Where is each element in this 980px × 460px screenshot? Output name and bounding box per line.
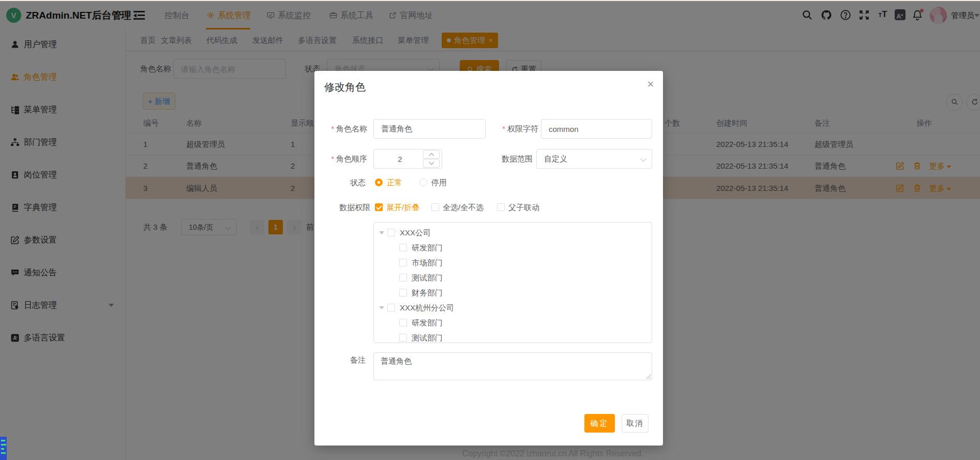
role-key-label: 权限字符: [492, 119, 538, 139]
data-permission-label: 数据权限: [321, 198, 370, 217]
edit-role-dialog: 修改角色 × 角色名称 权限字符 角色顺序 数据范围 自定义 状态 正常 停用 …: [314, 71, 663, 446]
data-scope-select[interactable]: 自定义: [536, 149, 652, 169]
tree-expand-caret-icon[interactable]: [379, 231, 384, 234]
tree-checkbox[interactable]: [387, 304, 395, 311]
tree-node-label: XXX公司: [400, 225, 431, 240]
tree-checkbox[interactable]: [399, 289, 407, 296]
tree-node-label: 财务部门: [412, 285, 443, 300]
tree-node-dept[interactable]: 测试部门: [374, 330, 652, 343]
monitor-bar: [1, 448, 4, 450]
checkbox-parent-child-link-label[interactable]: 父子联动: [508, 203, 539, 212]
radio-disabled[interactable]: [419, 179, 427, 186]
tree-expand-caret-icon[interactable]: [379, 306, 384, 309]
chevron-down-icon: [429, 160, 434, 165]
remark-label: 备注: [321, 352, 366, 372]
permission-tree: XXX公司 研发部门 市场部门 测试部门 财务部门 XXX杭州分公司: [373, 222, 652, 343]
tree-node-label: 研发部门: [412, 240, 443, 255]
chevron-up-icon: [429, 153, 434, 158]
tree-node-dept[interactable]: 市场部门: [374, 255, 652, 270]
tree-node-dept[interactable]: 研发部门: [374, 315, 652, 330]
radio-disabled-label[interactable]: 停用: [431, 179, 447, 187]
checkbox-expand-collapse-label[interactable]: 展开/折叠: [386, 203, 419, 212]
cancel-button[interactable]: 取消: [622, 414, 649, 433]
chevron-down-icon: [640, 156, 646, 161]
data-scope-value: 自定义: [544, 154, 567, 163]
tree-checkbox[interactable]: [399, 274, 407, 281]
dialog-close-icon[interactable]: ×: [644, 78, 657, 91]
decrement-button[interactable]: [423, 159, 440, 168]
tree-checkbox[interactable]: [399, 319, 407, 327]
increment-button[interactable]: [423, 150, 440, 159]
checkbox-expand-collapse[interactable]: [375, 203, 383, 211]
role-name-input[interactable]: [373, 119, 486, 139]
app-screen: V ZRAdmin.NET后台管理 控制台 系统管理 系统监控: [0, 0, 980, 460]
tree-node-dept[interactable]: 财务部门: [374, 285, 652, 300]
tree-node-label: 测试部门: [412, 270, 443, 285]
tree-checkbox[interactable]: [399, 259, 407, 266]
tree-checkbox[interactable]: [399, 244, 407, 251]
tree-node-branch-company[interactable]: XXX杭州分公司: [374, 300, 652, 315]
radio-normal-label[interactable]: 正常: [387, 179, 402, 187]
confirm-button[interactable]: 确定: [584, 414, 615, 433]
checkbox-select-all[interactable]: [431, 203, 439, 211]
tree-node-label: 测试部门: [412, 330, 443, 343]
dialog-title: 修改角色: [324, 80, 366, 94]
textarea-resize-handle[interactable]: [646, 374, 651, 379]
tree-node-dept[interactable]: 测试部门: [374, 270, 652, 285]
tree-checkbox[interactable]: [387, 229, 395, 236]
monitor-bar: [1, 444, 6, 446]
monitor-bar: [1, 452, 6, 454]
role-name-label: 角色名称: [321, 119, 367, 139]
checkbox-parent-child-link[interactable]: [497, 203, 505, 211]
data-scope-label: 数据范围: [486, 149, 533, 169]
monitor-bar: [1, 440, 5, 441]
tree-node-dept[interactable]: 研发部门: [374, 240, 652, 255]
tree-node-label: XXX杭州分公司: [400, 300, 454, 315]
status-label: 状态: [321, 173, 366, 192]
role-order-label: 角色顺序: [321, 149, 367, 169]
tree-node-company[interactable]: XXX公司: [374, 225, 652, 240]
tree-node-label: 市场部门: [412, 255, 443, 270]
remark-textarea[interactable]: 普通角色: [373, 352, 652, 380]
radio-normal[interactable]: [375, 179, 383, 186]
top-strip: [0, 0, 980, 1]
tree-node-label: 研发部门: [412, 315, 443, 330]
checkbox-select-all-label[interactable]: 全选/全不选: [443, 203, 484, 212]
monitor-widget[interactable]: [0, 437, 7, 460]
role-key-input[interactable]: [541, 119, 652, 139]
tree-checkbox[interactable]: [399, 334, 407, 342]
